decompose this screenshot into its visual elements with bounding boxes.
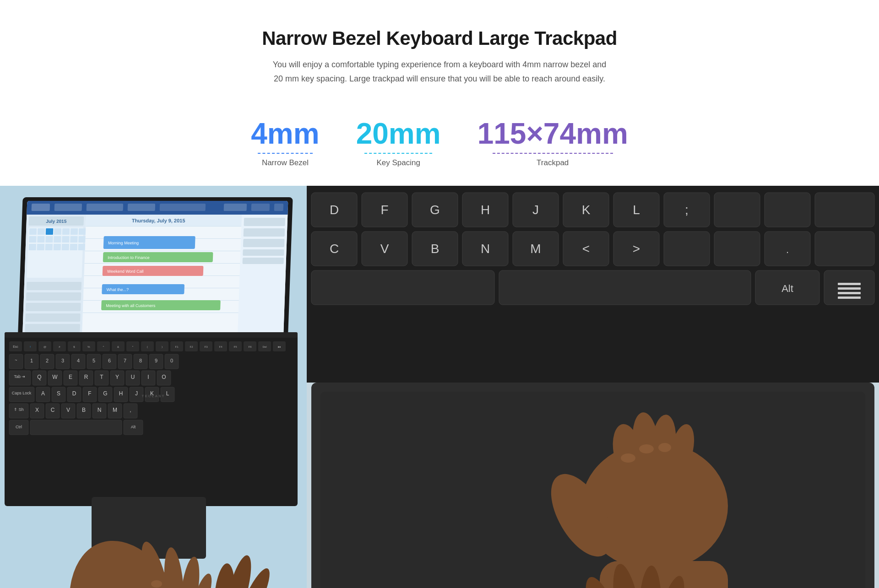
svg-point-203 [151,580,162,588]
svg-rect-5 [32,204,50,211]
svg-rect-32 [37,244,44,250]
svg-text:H: H [119,390,123,397]
svg-text:F1: F1 [175,345,179,348]
svg-text:Tab ⇥: Tab ⇥ [14,374,25,379]
header-section: Narrow Bezel Keyboard Large Trackpad You… [0,0,879,104]
svg-text:V: V [380,242,389,256]
svg-text:C: C [51,407,55,413]
svg-text:): ) [162,345,163,348]
svg-rect-249 [499,270,751,305]
svg-text:B: B [82,407,86,413]
spec-underline-cyan [364,153,432,154]
right-panel: D F G H J K L ; C [307,186,879,588]
svg-rect-68 [243,249,284,256]
svg-rect-228 [815,193,874,227]
spec-underline-blue [258,153,313,154]
svg-text:~: ~ [15,358,17,362]
svg-rect-256 [838,297,861,299]
svg-rect-12 [274,204,284,211]
svg-rect-46 [86,226,241,227]
spec-underline-purple [493,153,613,154]
svg-text:Alt: Alt [781,283,793,294]
svg-text:I: I [147,374,149,380]
svg-rect-17 [29,228,37,235]
svg-text:5: 5 [92,358,95,363]
svg-text:E: E [69,374,72,380]
svg-rect-41 [25,313,81,322]
svg-rect-26 [45,236,53,243]
svg-text:F3: F3 [204,345,208,348]
svg-rect-36 [70,244,77,250]
spec-narrow-bezel: 4mm Narrow Bezel [251,118,319,167]
svg-rect-29 [70,236,77,243]
svg-text:(: ( [147,345,148,348]
spec-value-key-spacing: 20mm [356,118,441,150]
spec-label-narrow-bezel: Narrow Bezel [262,158,309,167]
svg-rect-20 [54,228,61,235]
svg-rect-40 [26,303,81,311]
svg-text:⇑ Sh: ⇑ Sh [14,407,24,412]
svg-text:F: F [88,390,91,397]
svg-text:O: O [162,374,166,380]
svg-text:Meeting with all Customers: Meeting with all Customers [106,303,156,308]
subtitle-line2: 20 mm key spacing. Large trackpad will e… [274,74,605,83]
svg-rect-30 [78,236,86,243]
svg-rect-33 [45,244,53,250]
svg-rect-48 [85,251,241,251]
spec-key-spacing: 20mm Key Spacing [356,118,441,167]
svg-rect-253 [838,283,861,285]
svg-rect-243 [664,232,710,266]
spec-label-key-spacing: Key Spacing [376,158,420,167]
svg-rect-28 [62,236,69,243]
images-section: July 2015 [0,186,879,588]
svg-text:T: T [100,374,103,380]
specs-row: 4mm Narrow Bezel 20mm Key Spacing 115×74… [0,104,879,185]
svg-rect-244 [714,232,760,266]
page-title: Narrow Bezel Keyboard Large Trackpad [183,27,696,49]
svg-text:M: M [530,242,541,256]
svg-text:6: 6 [108,358,111,363]
svg-text:8: 8 [139,358,142,363]
svg-rect-227 [765,193,810,227]
svg-rect-69 [243,258,284,264]
svg-rect-255 [838,292,861,294]
svg-text:TECLAST: TECLAST [142,394,165,398]
svg-rect-43 [82,215,242,338]
svg-rect-254 [838,287,861,290]
svg-text:1: 1 [30,358,33,363]
page-container: Narrow Bezel Keyboard Large Trackpad You… [0,0,879,588]
svg-text:J: J [532,203,539,217]
svg-text:S: S [57,390,60,397]
svg-text:H: H [481,203,490,217]
svg-text:M: M [113,407,117,413]
svg-rect-37 [78,244,86,250]
svg-text:Q: Q [37,374,41,380]
svg-text:⏮: ⏮ [278,345,281,348]
svg-text:Introduction to Finance: Introduction to Finance [108,255,150,260]
svg-rect-39 [26,292,81,301]
svg-text:U: U [131,374,135,380]
subtitle-line1: You will enjoy a comfortable typing expe… [273,60,607,69]
svg-rect-247 [815,232,874,266]
left-panel-svg: July 2015 [0,186,307,588]
right-panel-svg: D F G H J K L ; C [307,186,879,588]
svg-rect-34 [54,244,61,250]
svg-text:Alt: Alt [131,425,136,429]
svg-text:@: @ [43,345,46,348]
svg-rect-9 [160,204,206,211]
svg-text:3: 3 [61,358,64,363]
spec-value-narrow-bezel: 4mm [251,118,319,150]
svg-rect-11 [251,204,270,211]
svg-text:D: D [330,203,339,217]
svg-text:July 2015: July 2015 [46,219,67,224]
svg-text:Ctrl: Ctrl [16,425,22,429]
svg-rect-35 [62,244,69,250]
svg-rect-38 [27,282,82,290]
svg-rect-42 [25,324,80,332]
svg-text:D: D [72,390,76,397]
svg-rect-65 [244,218,285,226]
svg-text:W: W [52,374,58,380]
svg-text:L: L [633,203,640,217]
svg-rect-25 [37,236,44,243]
svg-text:0: 0 [170,358,173,363]
